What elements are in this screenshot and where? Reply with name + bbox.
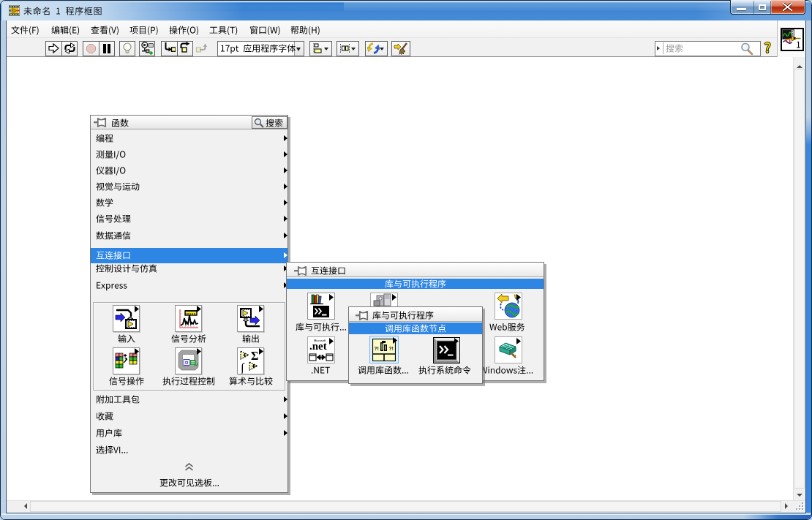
- svg-text:Σ: Σ: [251, 350, 258, 362]
- svg-text:?!: ?!: [389, 346, 394, 351]
- svg-text:.net: .net: [309, 340, 327, 352]
- svg-text:∫: ∫: [240, 361, 245, 374]
- svg-text:?!: ?!: [375, 346, 379, 351]
